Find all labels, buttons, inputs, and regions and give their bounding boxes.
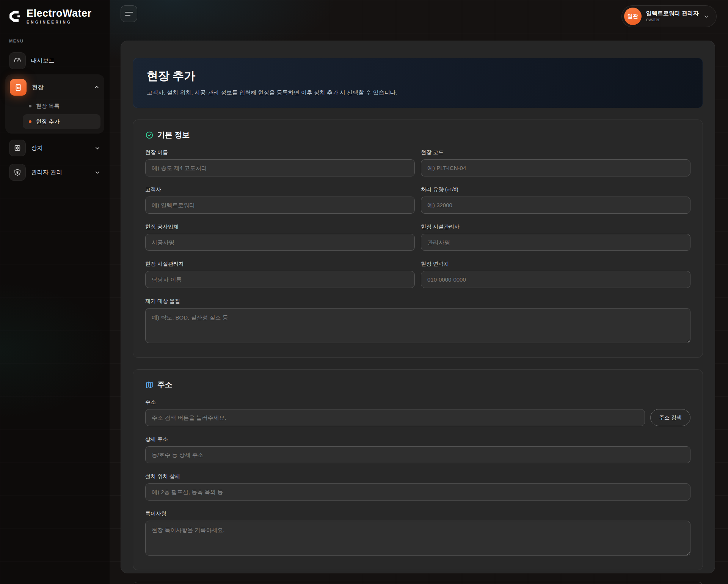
sidebar-item-label: 대시보드 bbox=[31, 57, 100, 65]
avatar: 일관 bbox=[624, 8, 642, 25]
sidebar-subitem-site-list[interactable]: 현장 목록 bbox=[23, 99, 100, 113]
site-name-input[interactable] bbox=[145, 159, 415, 176]
form-field-install-location: 설치 위치 상세 bbox=[145, 473, 690, 501]
brand-logo[interactable]: ElectroWater ENGINEERING bbox=[5, 8, 104, 24]
user-menu[interactable]: 일관 일렉트로워터 관리자 ewater bbox=[621, 5, 717, 27]
page-card: 현장 추가 고객사, 설치 위치, 시공·관리 정보를 입력해 현장을 등록하면… bbox=[121, 41, 715, 573]
install-location-input[interactable] bbox=[145, 483, 690, 501]
device-registration-note: 장치 등록은 장치 목록 > 장치 추가에서 진행하세요. 현장을 선택하고 M… bbox=[133, 582, 703, 584]
section-title: 주소 bbox=[157, 379, 173, 390]
check-circle-icon bbox=[145, 131, 154, 139]
brand-logo-icon bbox=[8, 9, 23, 24]
form-field-facility-company: 현장 시설관리사 bbox=[421, 224, 690, 251]
sidebar-item-label: 현장 bbox=[32, 83, 88, 91]
page-title: 현장 추가 bbox=[147, 68, 689, 84]
address-input[interactable] bbox=[145, 409, 645, 426]
facility-manager-input[interactable] bbox=[145, 271, 415, 288]
contact-input[interactable] bbox=[421, 271, 690, 288]
flow-rate-input[interactable] bbox=[421, 197, 690, 214]
target-substance-textarea[interactable] bbox=[145, 308, 690, 343]
user-name: 일렉트로워터 관리자 bbox=[646, 10, 699, 17]
sidebar-item-label: 관리자 관리 bbox=[31, 168, 89, 176]
topbar: 일관 일렉트로워터 관리자 ewater bbox=[110, 0, 728, 27]
site-code-input[interactable] bbox=[421, 159, 690, 176]
field-label: 설치 위치 상세 bbox=[145, 473, 690, 480]
page-header-banner: 현장 추가 고객사, 설치 위치, 시공·관리 정보를 입력해 현장을 등록하면… bbox=[133, 58, 703, 108]
sidebar-group-site: 현장 현장 목록 현장 추가 bbox=[5, 74, 104, 134]
bullet-dot-icon bbox=[29, 120, 31, 123]
basic-info-section: 기본 정보 현장 이름 현장 코드 고객사 bbox=[133, 120, 703, 358]
form-field-constructor: 현장 공사업체 bbox=[145, 224, 415, 251]
device-chip-icon bbox=[9, 140, 26, 156]
form-field-special-notes: 특이사항 bbox=[145, 510, 690, 557]
shield-icon bbox=[9, 164, 26, 181]
sidebar-toggle-button[interactable] bbox=[121, 5, 137, 22]
form-field-target-substance: 제거 대상 물질 bbox=[145, 298, 690, 345]
brand-name: ElectroWater bbox=[27, 8, 92, 19]
main-area: 일관 일렉트로워터 관리자 ewater 현장 추가 고객사, 설치 위치, 시… bbox=[110, 0, 728, 584]
hamburger-icon bbox=[125, 12, 133, 13]
sidebar-item-dashboard[interactable]: 대시보드 bbox=[5, 50, 104, 71]
customer-input[interactable] bbox=[145, 197, 415, 214]
field-label: 현장 공사업체 bbox=[145, 224, 415, 230]
address-detail-input[interactable] bbox=[145, 446, 690, 463]
address-section: 주소 주소 주소 검색 상세 주소 설치 위치 상세 bbox=[133, 369, 703, 570]
sidebar-subitem-site-add[interactable]: 현장 추가 bbox=[23, 114, 100, 129]
chevron-down-icon bbox=[703, 13, 709, 19]
field-label: 현장 시설관리자 bbox=[145, 261, 415, 268]
form-field-contact: 현장 연락처 bbox=[421, 261, 690, 288]
facility-company-input[interactable] bbox=[421, 234, 690, 251]
form-field-address-detail: 상세 주소 bbox=[145, 436, 690, 463]
form-field-address: 주소 주소 검색 bbox=[145, 399, 690, 426]
user-id: ewater bbox=[646, 17, 699, 23]
field-label: 고객사 bbox=[145, 186, 415, 193]
chevron-up-icon bbox=[94, 84, 100, 90]
sidebar-item-admin[interactable]: 관리자 관리 bbox=[5, 162, 104, 183]
hamburger-icon bbox=[125, 15, 130, 16]
app-root: ElectroWater ENGINEERING MENU 대시보드 bbox=[0, 0, 728, 584]
sidebar-item-site[interactable]: 현장 bbox=[9, 77, 100, 97]
bullet-dot-icon bbox=[29, 105, 31, 107]
address-search-button[interactable]: 주소 검색 bbox=[650, 409, 690, 426]
chevron-down-icon bbox=[94, 169, 100, 175]
field-label: 제거 대상 물질 bbox=[145, 298, 690, 305]
section-title: 기본 정보 bbox=[157, 130, 190, 140]
sidebar-subitem-label: 현장 목록 bbox=[36, 102, 60, 110]
sidebar-item-device[interactable]: 장치 bbox=[5, 137, 104, 159]
form-field-facility-manager: 현장 시설관리자 bbox=[145, 261, 415, 288]
field-label: 상세 주소 bbox=[145, 436, 690, 443]
brand-subtitle: ENGINEERING bbox=[27, 20, 92, 24]
map-icon bbox=[145, 381, 154, 389]
sidebar: ElectroWater ENGINEERING MENU 대시보드 bbox=[0, 0, 110, 584]
form-field-flow-rate: 처리 유량 (㎥/d) bbox=[421, 186, 690, 214]
constructor-input[interactable] bbox=[145, 234, 415, 251]
field-label: 주소 bbox=[145, 399, 690, 406]
form-field-customer: 고객사 bbox=[145, 186, 415, 214]
field-label: 현장 이름 bbox=[145, 149, 415, 156]
field-label: 특이사항 bbox=[145, 510, 690, 517]
building-icon bbox=[10, 79, 27, 96]
sidebar-subitem-label: 현장 추가 bbox=[36, 118, 60, 125]
special-notes-textarea[interactable] bbox=[145, 521, 690, 556]
field-label: 처리 유량 (㎥/d) bbox=[421, 186, 690, 193]
dashboard-gauge-icon bbox=[9, 52, 26, 69]
chevron-down-icon bbox=[94, 145, 100, 151]
menu-section-label: MENU bbox=[9, 39, 104, 43]
field-label: 현장 연락처 bbox=[421, 261, 690, 268]
form-field-site-code: 현장 코드 bbox=[421, 149, 690, 176]
form-field-site-name: 현장 이름 bbox=[145, 149, 415, 176]
field-label: 현장 시설관리사 bbox=[421, 224, 690, 230]
page-subtitle: 고객사, 설치 위치, 시공·관리 정보를 입력해 현장을 등록하면 이후 장치… bbox=[147, 89, 689, 96]
sidebar-item-label: 장치 bbox=[31, 144, 89, 152]
field-label: 현장 코드 bbox=[421, 149, 690, 156]
